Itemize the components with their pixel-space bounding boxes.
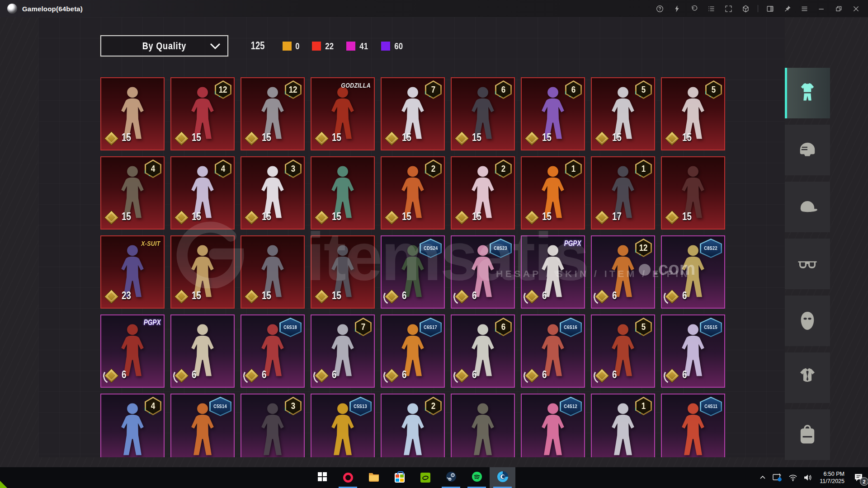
taskbar-app-nvidia[interactable] <box>412 467 438 488</box>
item-card[interactable]: 12 15 <box>241 77 305 150</box>
item-card[interactable]: 12 6 <box>591 235 655 309</box>
item-card[interactable]: 4 <box>100 394 165 457</box>
item-card[interactable]: 7 6 <box>311 314 375 388</box>
item-card[interactable]: 2 15 <box>451 156 515 230</box>
item-card[interactable]: 15 <box>100 77 165 150</box>
taskbar-app-microsoft-store[interactable] <box>387 467 412 488</box>
quality-color-swatch <box>381 42 390 51</box>
item-card[interactable]: 15 <box>311 235 375 309</box>
taskbar-app-opera-gx[interactable] <box>335 467 361 488</box>
collab-label: X-SUIT <box>142 239 160 247</box>
item-price: 15 <box>612 131 622 144</box>
item-card[interactable]: C6S17 6 <box>381 314 445 388</box>
item-card[interactable]: 12 15 <box>170 77 235 150</box>
inventory-controls: By Quality 125 0 22 41 60 <box>100 35 404 56</box>
item-price: 15 <box>682 131 692 144</box>
item-card[interactable]: PGPX 6 <box>521 235 585 309</box>
item-card[interactable]: C4S11 <box>661 394 725 457</box>
item-price: 6 <box>402 368 406 381</box>
category-tab-cap[interactable] <box>785 182 830 232</box>
quality-color-swatch <box>346 42 355 51</box>
item-card[interactable]: C4S12 <box>521 394 585 457</box>
category-tab-mask[interactable] <box>785 296 830 346</box>
category-tab-helmet[interactable] <box>785 125 830 175</box>
category-tab-glasses[interactable] <box>785 239 830 289</box>
minimize-icon[interactable] <box>815 2 828 15</box>
volume-icon[interactable] <box>803 474 812 481</box>
taskbar-app-steam[interactable] <box>438 467 464 488</box>
taskbar-app-spotify[interactable] <box>464 467 490 488</box>
item-card[interactable]: 3 15 <box>241 156 305 230</box>
item-card[interactable]: 6 <box>170 314 235 388</box>
pin-icon[interactable] <box>781 2 794 15</box>
item-card[interactable]: 1 17 <box>591 156 655 230</box>
item-card[interactable]: 4 15 <box>100 156 165 230</box>
item-card[interactable]: 1 15 <box>521 156 585 230</box>
help-icon[interactable] <box>653 2 666 15</box>
item-card[interactable]: C8S23 6 <box>451 235 515 309</box>
quality-count: 0 <box>296 41 300 52</box>
action-center-icon[interactable]: 2 <box>852 471 865 484</box>
window-titlebar: Gameloop(64beta) <box>0 0 868 17</box>
item-card[interactable]: 3 <box>241 394 305 457</box>
taskbar-app-gameloop[interactable] <box>490 467 515 488</box>
item-card[interactable]: X-SUIT 23 <box>100 235 165 309</box>
item-card[interactable]: GODZILLA 15 <box>311 77 375 150</box>
menu-icon[interactable] <box>798 2 811 15</box>
item-card[interactable]: C5S14 <box>170 394 235 457</box>
item-card[interactable]: C5S13 <box>311 394 375 457</box>
taskbar-app-file-explorer[interactable] <box>361 467 387 488</box>
item-price: 15 <box>402 131 411 144</box>
item-card[interactable]: 5 15 <box>661 77 725 150</box>
item-card[interactable]: C6S18 6 <box>241 314 305 388</box>
window-layout-icon[interactable] <box>764 2 777 15</box>
hidden-icons-chevron-icon[interactable] <box>759 474 766 481</box>
taskbar-clock[interactable]: 6:50 PM 11/7/2025 <box>820 470 844 485</box>
item-card[interactable]: 15 <box>170 235 235 309</box>
task-list-icon[interactable] <box>705 2 718 15</box>
item-card[interactable]: 15 <box>661 156 725 230</box>
sort-dropdown[interactable]: By Quality <box>100 35 228 56</box>
category-tab-outfit[interactable] <box>785 68 830 118</box>
item-card[interactable]: C8S22 6 <box>661 235 725 309</box>
fullscreen-icon[interactable] <box>722 2 735 15</box>
item-card[interactable]: 15 <box>241 235 305 309</box>
item-card[interactable]: C5S15 6 <box>661 314 725 388</box>
item-card[interactable] <box>451 394 515 457</box>
item-grid: 15 12 15 12 15 GODZILLA 15 7 15 6 15 6 1… <box>100 77 725 457</box>
item-price: 15 <box>402 210 411 223</box>
item-card[interactable]: 6 6 <box>451 314 515 388</box>
item-card[interactable]: 5 6 <box>591 314 655 388</box>
taskbar-app-windows-start[interactable] <box>309 467 335 488</box>
item-card[interactable]: 1 <box>591 394 655 457</box>
item-price: 6 <box>472 368 476 381</box>
item-card[interactable]: 15 <box>311 156 375 230</box>
close-window-icon[interactable] <box>849 2 863 15</box>
undo-icon[interactable] <box>688 2 701 15</box>
item-price: 15 <box>122 131 131 144</box>
mask-icon <box>796 309 819 333</box>
wifi-icon[interactable] <box>788 474 797 482</box>
collab-label: GODZILLA <box>341 81 371 89</box>
boost-icon[interactable] <box>670 2 684 15</box>
item-card[interactable]: PGPX 6 <box>100 314 165 388</box>
item-price: 15 <box>472 210 481 223</box>
item-card[interactable]: 5 15 <box>591 77 655 150</box>
item-card[interactable]: 6 15 <box>521 77 585 150</box>
item-card[interactable]: 2 15 <box>381 156 445 230</box>
category-tab-backpack[interactable] <box>785 409 830 460</box>
item-card[interactable]: 6 15 <box>451 77 515 150</box>
item-card[interactable]: 2 <box>381 394 445 457</box>
pgpx-badge: PGPX <box>143 319 160 327</box>
category-tab-shirt[interactable] <box>785 352 830 403</box>
file-explorer-icon <box>368 472 379 483</box>
item-card[interactable]: C6S16 6 <box>521 314 585 388</box>
system-tray: 6:50 PM 11/7/2025 2 <box>759 467 865 488</box>
item-card[interactable]: 4 15 <box>170 156 235 230</box>
item-card[interactable]: CDS24 6 <box>381 235 445 309</box>
tablet-pen-icon[interactable] <box>772 473 783 482</box>
restore-icon[interactable] <box>832 2 845 15</box>
item-price: 6 <box>332 368 336 381</box>
render-cube-icon[interactable] <box>739 2 752 15</box>
item-card[interactable]: 7 15 <box>381 77 445 150</box>
